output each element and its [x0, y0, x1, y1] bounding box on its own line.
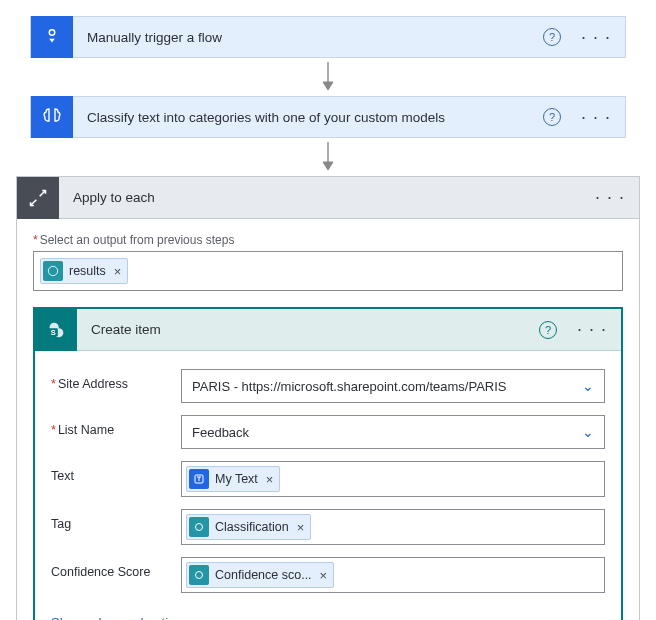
- site-address-dropdown[interactable]: PARIS - https://microsoft.sharepoint.com…: [181, 369, 605, 403]
- ai-icon: [189, 565, 209, 585]
- tap-icon: [31, 16, 73, 58]
- tag-label: Tag: [51, 509, 181, 531]
- create-item-action: S Create item ? · · · Site Address PARIS…: [33, 307, 623, 620]
- apply-to-each-container: Apply to each · · · Select an output fro…: [16, 176, 640, 620]
- ai-icon: [43, 261, 63, 281]
- select-output-input[interactable]: results ×: [33, 251, 623, 291]
- chevron-down-icon: ⌄: [195, 615, 206, 620]
- svg-point-10: [196, 572, 203, 579]
- site-address-value: PARIS - https://microsoft.sharepoint.com…: [192, 379, 507, 394]
- svg-point-9: [196, 524, 203, 531]
- remove-token-icon[interactable]: ×: [295, 520, 305, 535]
- remove-token-icon[interactable]: ×: [112, 264, 122, 279]
- apply-each-title: Apply to each: [59, 190, 581, 205]
- connector-arrow: [16, 58, 640, 96]
- more-menu[interactable]: · · ·: [567, 27, 625, 48]
- show-advanced-options[interactable]: Show advanced options ⌄: [35, 611, 621, 620]
- text-input[interactable]: My Text ×: [181, 461, 605, 497]
- svg-point-3: [48, 266, 57, 275]
- sharepoint-icon: S: [35, 309, 77, 351]
- ai-icon: [189, 517, 209, 537]
- token-label: Classification: [215, 520, 289, 534]
- create-item-title: Create item: [77, 322, 539, 337]
- remove-token-icon[interactable]: ×: [264, 472, 274, 487]
- list-name-value: Feedback: [192, 425, 249, 440]
- loop-icon: [17, 177, 59, 219]
- list-name-dropdown[interactable]: Feedback ⌄: [181, 415, 605, 449]
- trigger-title: Manually trigger a flow: [73, 30, 543, 45]
- brain-icon: [31, 96, 73, 138]
- more-menu[interactable]: · · ·: [567, 107, 625, 128]
- help-icon[interactable]: ?: [543, 108, 561, 126]
- classify-title: Classify text into categories with one o…: [73, 110, 543, 125]
- confidence-input[interactable]: Confidence sco... ×: [181, 557, 605, 593]
- text-label: Text: [51, 461, 181, 483]
- site-address-label: Site Address: [51, 369, 181, 391]
- token-label: Confidence sco...: [215, 568, 312, 582]
- confidence-token[interactable]: Confidence sco... ×: [186, 562, 334, 588]
- trigger-step[interactable]: Manually trigger a flow ? · · ·: [30, 16, 626, 58]
- confidence-label: Confidence Score: [51, 557, 181, 579]
- text-var-icon: [189, 469, 209, 489]
- svg-point-0: [49, 30, 55, 36]
- help-icon[interactable]: ?: [539, 321, 557, 339]
- svg-text:S: S: [51, 327, 56, 336]
- advanced-label: Show advanced options: [51, 615, 189, 620]
- classify-step[interactable]: Classify text into categories with one o…: [30, 96, 626, 138]
- connector-arrow: [16, 138, 640, 176]
- tag-input[interactable]: Classification ×: [181, 509, 605, 545]
- remove-token-icon[interactable]: ×: [318, 568, 328, 583]
- more-menu[interactable]: · · ·: [563, 319, 621, 340]
- list-name-label: List Name: [51, 415, 181, 437]
- chevron-down-icon: ⌄: [582, 424, 594, 440]
- chevron-down-icon: ⌄: [582, 378, 594, 394]
- apply-each-header[interactable]: Apply to each · · ·: [17, 177, 639, 219]
- create-item-header[interactable]: S Create item ? · · ·: [35, 309, 621, 351]
- classification-token[interactable]: Classification ×: [186, 514, 311, 540]
- select-output-label: Select an output from previous steps: [33, 233, 623, 247]
- token-label: results: [69, 264, 106, 278]
- help-icon[interactable]: ?: [543, 28, 561, 46]
- more-menu[interactable]: · · ·: [581, 187, 639, 208]
- results-token[interactable]: results ×: [40, 258, 128, 284]
- token-label: My Text: [215, 472, 258, 486]
- mytext-token[interactable]: My Text ×: [186, 466, 280, 492]
